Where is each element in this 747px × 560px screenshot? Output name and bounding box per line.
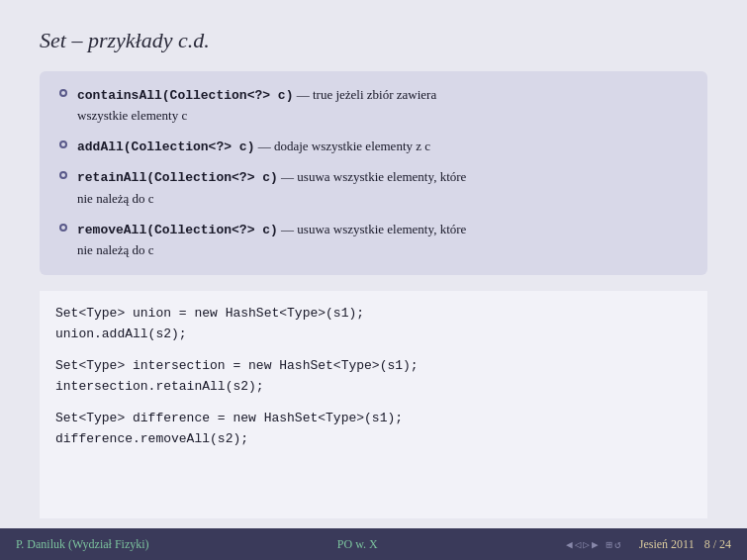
bullet-code-4: removeAll(Collection<?> c) — [77, 223, 278, 237]
bullet-dot-3 — [59, 171, 67, 179]
footer-course: PO w. X — [337, 537, 378, 552]
bullet-text-4: removeAll(Collection<?> c) — usuwa wszys… — [77, 220, 466, 261]
slide-title: Set – przykłady c.d. — [40, 28, 707, 53]
code-line-6: difference.removeAll(s2); — [55, 428, 692, 449]
nav-icons: ◀ ◁ ▷ ▶ ⊞ ↺ — [566, 538, 621, 551]
bullet-code-1: containsAll(Collection<?> c) — [77, 88, 293, 103]
code-line-3: Set<Type> intersection = new HashSet<Typ… — [55, 355, 692, 376]
nav-search-icon[interactable]: ⊞ — [607, 538, 613, 551]
footer-date: Jesień 2011 — [639, 537, 695, 552]
bullet-text-2: addAll(Collection<?> c) — dodaje wszystk… — [77, 137, 430, 157]
code-gap-2 — [55, 398, 692, 408]
bullet-code-3: retainAll(Collection<?> c) — [77, 170, 278, 185]
nav-arrow-right2[interactable]: ▶ — [592, 538, 599, 551]
code-line-5: Set<Type> difference = new HashSet<Type>… — [55, 408, 692, 428]
bullet-text-1: containsAll(Collection<?> c) — true jeże… — [77, 85, 436, 127]
nav-refresh-icon[interactable]: ↺ — [614, 538, 621, 551]
footer-author: P. Daniluk (Wydział Fizyki) — [16, 537, 149, 552]
bullet-text-3: retainAll(Collection<?> c) — usuwa wszys… — [77, 167, 466, 209]
bullet-item-1: containsAll(Collection<?> c) — true jeże… — [59, 85, 688, 127]
bullet-box: containsAll(Collection<?> c) — true jeże… — [40, 71, 707, 275]
bullet-code-2: addAll(Collection<?> c) — [77, 140, 254, 154]
bullet-item-4: removeAll(Collection<?> c) — usuwa wszys… — [59, 220, 688, 261]
footer: P. Daniluk (Wydział Fizyki) PO w. X ◀ ◁ … — [0, 528, 747, 560]
bullet-item-2: addAll(Collection<?> c) — dodaje wszystk… — [59, 137, 688, 157]
bullet-dot-2 — [59, 140, 67, 148]
code-block: Set<Type> union = new HashSet<Type>(s1);… — [40, 291, 707, 518]
slide: Set – przykłady c.d. containsAll(Collect… — [0, 0, 747, 560]
code-gap-1 — [55, 345, 692, 355]
bullet-item-3: retainAll(Collection<?> c) — usuwa wszys… — [59, 167, 688, 209]
nav-arrow-left1[interactable]: ◀ — [566, 538, 573, 551]
bullet-dot-4 — [59, 224, 67, 232]
slide-content: Set – przykłady c.d. containsAll(Collect… — [0, 0, 747, 528]
nav-arrow-right1[interactable]: ▷ — [583, 538, 590, 551]
code-line-2: union.addAll(s2); — [55, 324, 692, 344]
bullet-desc-2: — dodaje wszystkie elementy z c — [254, 139, 430, 153]
footer-page: 8 / 24 — [704, 537, 731, 552]
code-line-1: Set<Type> union = new HashSet<Type>(s1); — [55, 303, 692, 324]
nav-arrow-left2[interactable]: ◁ — [575, 538, 582, 551]
bullet-dot-1 — [59, 89, 67, 97]
code-line-4: intersection.retainAll(s2); — [55, 376, 692, 397]
